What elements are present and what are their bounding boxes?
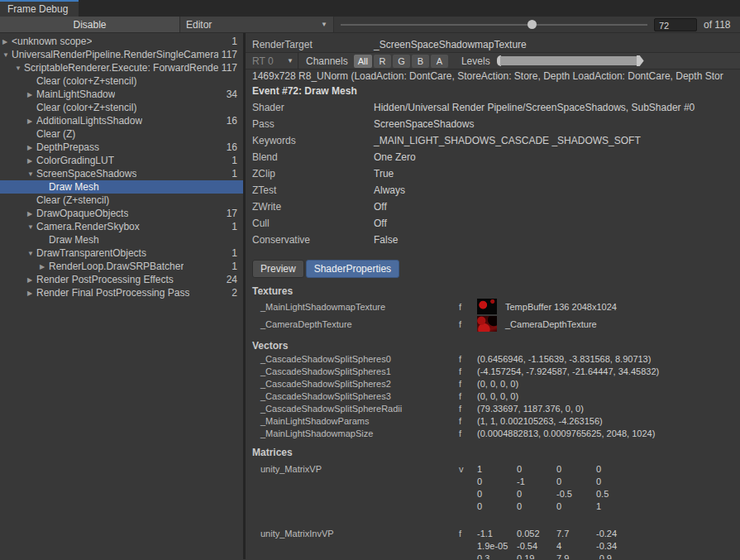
event-slider[interactable]: [341, 17, 647, 32]
texture-thumbnail[interactable]: [477, 299, 497, 314]
disable-button[interactable]: Disable: [0, 17, 180, 32]
vector-row: _MainLightShadowParamsf(1, 1, 0.00210526…: [252, 414, 740, 427]
tree-row-count: 117: [218, 62, 243, 74]
tree-row[interactable]: ▶Render PostProcessing Effects24: [0, 273, 243, 286]
disclosure-triangle-icon[interactable]: ▼: [27, 250, 36, 257]
event-detail-panel: RenderTarget _ScreenSpaceShadowmapTextur…: [246, 33, 740, 559]
chevron-down-icon: ▼: [287, 57, 294, 65]
matrix-cell: 0.052: [517, 528, 556, 540]
tree-row-count: 1: [228, 247, 243, 259]
rt-dropdown-value: RT 0: [252, 55, 274, 67]
event-tree: ▶<unknown scope>1 ▼UniversalRenderPipeli…: [0, 33, 246, 559]
property-row-zclip: ZClipTrue: [252, 165, 740, 182]
levels-label: Levels: [461, 55, 490, 67]
channel-button-g[interactable]: G: [393, 55, 410, 68]
tree-row-label: DepthPrepass: [36, 141, 99, 153]
rt-dropdown[interactable]: RT 0 ▼: [252, 53, 298, 69]
tree-row[interactable]: ▶DrawOpaqueObjects17: [0, 207, 243, 220]
tree-row-label: Clear (color+Z+stencil): [36, 75, 136, 87]
chevron-down-icon: ▼: [321, 21, 327, 28]
property-row-pass: PassScreenSpaceShadows: [252, 116, 740, 132]
tree-row[interactable]: Clear (Z+stencil): [0, 194, 243, 207]
disclosure-triangle-icon[interactable]: ▶: [27, 210, 36, 218]
channel-button-b[interactable]: B: [412, 55, 429, 68]
disclosure-triangle-icon[interactable]: ▼: [2, 51, 12, 59]
vector-row: _CascadeShadowSplitSpheres3f(0, 0, 0, 0): [252, 390, 740, 402]
property-row-zwrite: ZWriteOff: [252, 199, 740, 215]
event-count-label: of 118: [697, 17, 740, 32]
matrix-cell: -1.1: [477, 528, 517, 540]
disclosure-triangle-icon[interactable]: ▼: [15, 65, 24, 72]
tab-preview[interactable]: Preview: [252, 260, 304, 278]
channels-toolbar: RT 0 ▼ Channels All R G B A Levels: [246, 52, 740, 69]
disclosure-triangle-icon[interactable]: ▶: [27, 144, 36, 151]
channel-button-r[interactable]: R: [374, 55, 391, 68]
tree-row[interactable]: Draw Mesh: [0, 233, 243, 246]
vector-row: _CascadeShadowSplitSphereRadiif(79.33697…: [252, 402, 740, 414]
tree-row[interactable]: Clear (color+Z+stencil): [0, 101, 243, 114]
tree-row[interactable]: ▶RenderLoop.DrawSRPBatcher1: [0, 260, 243, 273]
matrix-cell: 0: [517, 463, 556, 476]
tree-row[interactable]: ▼ScreenSpaceShadows1: [0, 167, 243, 180]
tree-row[interactable]: ▼Camera.RenderSkybox1: [0, 220, 243, 233]
tree-row-label: Draw Mesh: [49, 181, 99, 193]
matrix-cell: -0.54: [517, 540, 556, 553]
tree-row[interactable]: Clear (color+Z+stencil): [0, 74, 243, 88]
event-slider-thumb[interactable]: [528, 20, 537, 29]
disclosure-triangle-icon[interactable]: ▶: [40, 263, 49, 270]
disclosure-triangle-icon[interactable]: ▶: [27, 276, 36, 284]
tree-row-count: 34: [223, 89, 243, 100]
property-row-ztest: ZTestAlways: [252, 182, 740, 199]
levels-range-slider[interactable]: [497, 55, 644, 66]
matrix-cell: 1: [596, 500, 636, 513]
matrix-cell: 0: [556, 476, 596, 488]
tree-row[interactable]: ▶AdditionalLightsShadow16: [0, 114, 243, 127]
tree-row[interactable]: ▶ColorGradingLUT1: [0, 154, 243, 167]
tree-row[interactable]: ▶MainLightShadow34: [0, 88, 243, 101]
property-row-conservative: ConservativeFalse: [252, 232, 740, 248]
tab-shader-properties[interactable]: ShaderProperties: [306, 260, 399, 278]
tree-row-selected[interactable]: Draw Mesh: [0, 180, 243, 194]
tree-row[interactable]: ▶<unknown scope>1: [0, 35, 243, 48]
event-number-field[interactable]: [654, 18, 697, 31]
disclosure-triangle-icon[interactable]: ▼: [27, 170, 36, 178]
tree-row[interactable]: ▼UniversalRenderPipeline.RenderSingleCam…: [0, 48, 243, 61]
matrix-cell: 0: [596, 476, 636, 488]
matrix-cell: -0.9: [596, 553, 636, 559]
tree-row-label: Draw Mesh: [49, 234, 99, 246]
tree-row[interactable]: ▼DrawTransparentObjects1: [0, 246, 243, 260]
matrix-cell: -1: [517, 476, 556, 488]
texture-thumbnail[interactable]: [477, 316, 497, 332]
event-slider-track: [341, 24, 647, 26]
window-tab-bar: Frame Debug: [0, 0, 740, 17]
frame-debug-tab[interactable]: Frame Debug: [0, 0, 79, 17]
disclosure-triangle-icon[interactable]: ▶: [27, 91, 36, 98]
tree-row-count: 16: [223, 115, 243, 127]
tree-row[interactable]: ▶DepthPrepass16: [0, 141, 243, 154]
tree-row-label: Camera.RenderSkybox: [36, 221, 140, 232]
tree-row-count: 1: [228, 36, 243, 47]
disclosure-triangle-icon[interactable]: ▶: [27, 290, 36, 297]
disclosure-triangle-icon[interactable]: ▶: [27, 157, 36, 165]
disclosure-triangle-icon[interactable]: ▶: [2, 38, 12, 45]
levels-max-handle[interactable]: [637, 55, 644, 66]
tree-row[interactable]: ▶Render Final PostProcessing Pass2: [0, 286, 243, 299]
channels-label: Channels: [306, 55, 348, 67]
tree-row[interactable]: Clear (Z): [0, 127, 243, 141]
matrix-values: 1000 0-100 00-0.50.5 0001: [477, 463, 636, 513]
matrices-section-header: Matrices: [252, 447, 740, 459]
texture-row: _CameraDepthTexture f _CameraDepthTextur…: [252, 315, 740, 333]
disclosure-triangle-icon[interactable]: ▼: [27, 223, 36, 231]
matrix-cell: 0.3: [477, 553, 517, 559]
matrix-cell: 0: [517, 488, 556, 500]
disclosure-triangle-icon[interactable]: ▶: [27, 117, 36, 125]
tree-row[interactable]: ▼ScriptableRenderer.Execute: ForwardRend…: [0, 61, 243, 74]
matrix-cell: 1: [477, 463, 517, 476]
channel-button-a[interactable]: A: [431, 55, 448, 68]
tree-row-count: 16: [223, 141, 243, 153]
channel-button-all[interactable]: All: [354, 55, 372, 68]
matrix-cell: 0: [477, 500, 517, 513]
target-dropdown[interactable]: Editor ▼: [180, 17, 334, 32]
render-target-label: RenderTarget: [252, 39, 374, 50]
textures-section-header: Textures: [252, 285, 740, 298]
